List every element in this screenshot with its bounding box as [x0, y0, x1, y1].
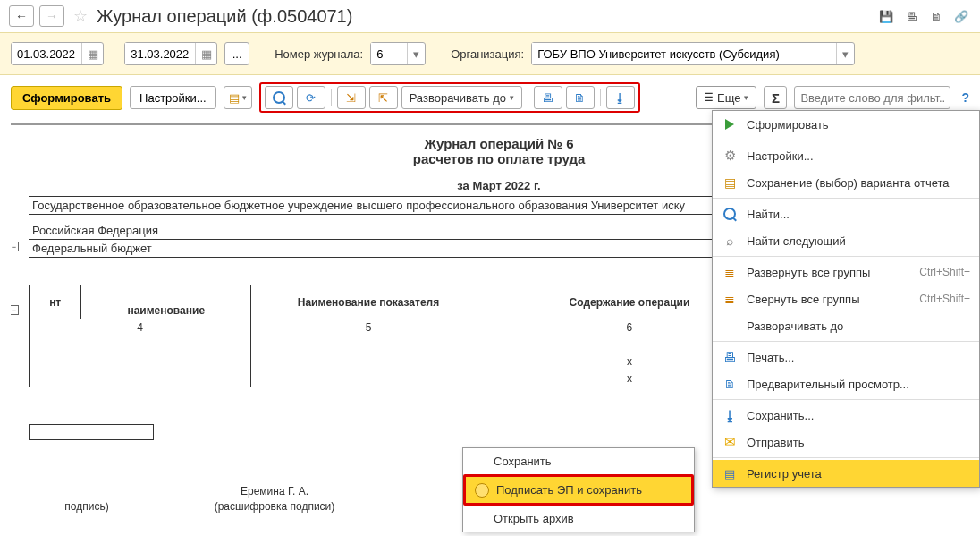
expand-all-icon [722, 264, 738, 280]
dd-save[interactable]: Сохранить... [713, 402, 979, 429]
journal-number-label: Номер журнала: [275, 47, 363, 61]
dd-expand-to[interactable]: Разворачивать до [713, 312, 979, 339]
preview-doc-icon [722, 376, 738, 392]
context-save[interactable]: Сохранить [463, 448, 694, 474]
date-from-field[interactable]: ▦ [11, 42, 104, 65]
nav-forward-button[interactable]: → [39, 5, 64, 27]
gear-icon [722, 148, 738, 164]
filter-search-input[interactable] [794, 86, 950, 109]
signature-context-menu: Сохранить Подписать ЭП и сохранить Откры… [462, 447, 695, 532]
play-icon [722, 116, 738, 132]
tree-collapse-1[interactable]: − [11, 242, 19, 251]
expand-groups-button[interactable]: ⇲ [337, 86, 366, 109]
download-icon [722, 407, 738, 423]
chevron-down-icon[interactable]: ▾ [836, 43, 854, 64]
date-to-input[interactable] [125, 43, 195, 64]
form-report-button[interactable]: Сформировать [11, 86, 122, 110]
dd-find[interactable]: Найти... [713, 200, 979, 227]
seal-icon [475, 483, 489, 498]
calendar-icon[interactable]: ▦ [81, 43, 103, 64]
settings-button[interactable]: Настройки... [130, 86, 216, 109]
print-preview-button[interactable]: 🗎 [566, 86, 595, 109]
col-nt: нт [30, 285, 81, 319]
organization-input[interactable] [532, 43, 836, 64]
save-file-button[interactable]: ⭳ [606, 86, 635, 109]
dd-print[interactable]: Печать... [713, 344, 979, 370]
dd-expand-all[interactable]: Развернуть все группыCtrl+Shift+ [713, 259, 979, 285]
dd-settings[interactable]: Настройки... [713, 142, 979, 169]
variants-button[interactable]: ▤ [224, 86, 252, 109]
search-icon [722, 206, 738, 222]
journal-number-field[interactable]: ▾ [370, 42, 426, 65]
page-title: Журнал операций (ф.0504071) [97, 6, 352, 27]
sum-button[interactable]: Σ [764, 86, 787, 109]
dd-collapse-all[interactable]: Свернуть все группыCtrl+Shift+ [713, 285, 979, 312]
date-range-dash: – [111, 47, 117, 61]
find-next-button[interactable]: ⟳ [297, 86, 325, 109]
empty-cell [29, 424, 154, 440]
expand-to-icon [722, 318, 738, 334]
dd-save-variant[interactable]: ▤Сохранение (выбор) варианта отчета [713, 169, 979, 196]
period-select-button[interactable]: ... [224, 42, 249, 65]
find-button[interactable] [265, 86, 293, 109]
chevron-down-icon[interactable]: ▾ [407, 43, 425, 64]
link-icon[interactable]: 🔗 [951, 6, 971, 26]
calendar-icon[interactable]: ▦ [195, 43, 216, 64]
variant-icon: ▤ [722, 174, 738, 191]
col-indicator: Наименование показателя [251, 285, 486, 319]
organization-field[interactable]: ▾ [531, 42, 855, 65]
save-icon[interactable]: 💾 [876, 6, 896, 26]
signer-decode: (расшифровка подписи) [199, 498, 351, 513]
dd-register[interactable]: Регистр учета [713, 460, 979, 487]
printer-icon [722, 349, 738, 365]
signer-name: Еремина Г. А. [199, 485, 351, 498]
collapse-groups-button[interactable]: ⇱ [369, 86, 398, 109]
more-dropdown: Сформировать Настройки... ▤Сохранение (в… [712, 110, 980, 488]
dd-send[interactable]: Отправить [713, 429, 979, 455]
more-menu-button[interactable]: ☰Еще [696, 86, 756, 109]
collapse-all-icon [722, 291, 738, 307]
mail-icon [722, 434, 738, 450]
organization-label: Организация: [451, 47, 524, 61]
favorite-star-icon[interactable]: ☆ [73, 6, 88, 26]
help-button[interactable]: ? [961, 90, 969, 105]
dd-find-next[interactable]: ⌕Найти следующий [713, 227, 979, 254]
highlighted-toolbar-group: ⟳ ⇲ ⇱ Разворачивать до 🖶 🗎 ⭳ [259, 82, 640, 113]
print-icon[interactable]: 🖶 [901, 6, 921, 26]
dd-preview[interactable]: Предварительный просмотр... [713, 370, 979, 397]
date-from-input[interactable] [12, 43, 81, 64]
context-sign-and-save[interactable]: Подписать ЭП и сохранить [466, 477, 691, 503]
expand-to-button[interactable]: Разворачивать до [401, 86, 522, 109]
journal-number-input[interactable] [371, 43, 407, 64]
signature-label: подпись) [29, 498, 145, 513]
register-icon [722, 465, 738, 481]
col-name: наименование [81, 302, 251, 319]
preview-icon[interactable]: 🗎 [926, 6, 946, 26]
search-next-icon: ⌕ [722, 233, 738, 249]
date-to-field[interactable]: ▦ [124, 42, 217, 65]
print-button[interactable]: 🖶 [534, 86, 562, 109]
dd-form[interactable]: Сформировать [713, 111, 979, 138]
nav-back-button[interactable]: ← [9, 5, 34, 27]
context-open-archive[interactable]: Открыть архив [463, 506, 694, 532]
tree-collapse-2[interactable]: − [11, 305, 19, 315]
